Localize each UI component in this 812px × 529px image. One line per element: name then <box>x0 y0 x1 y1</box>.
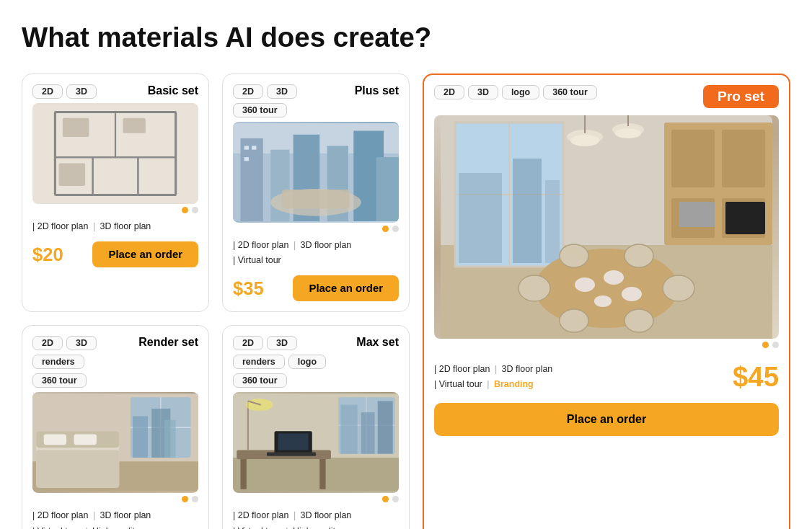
svg-point-36 <box>615 128 641 138</box>
office-svg <box>233 392 399 493</box>
card-max: 2D 3D Max set renders logo 360 tour <box>222 325 410 529</box>
svg-rect-76 <box>341 405 358 454</box>
tag-3d: 3D <box>267 84 297 99</box>
render-features: | 2D floor plan | 3D floor plan | Virtua… <box>32 508 198 529</box>
tag-3d: 3D <box>267 336 297 350</box>
plus-tags: 2D 3D Plus set <box>233 84 399 99</box>
svg-rect-80 <box>240 459 246 489</box>
pro-place-order-button[interactable]: Place an order <box>434 403 779 436</box>
svg-rect-9 <box>59 164 86 186</box>
pro-price: $45 <box>733 361 779 393</box>
svg-point-50 <box>560 309 588 332</box>
pro-features: | 2D floor plan | 3D floor plan | Virtua… <box>434 362 733 392</box>
tag-3d: 3D <box>468 85 498 99</box>
max-features: | 2D floor plan | 3D floor plan | Virtua… <box>233 508 399 529</box>
svg-rect-77 <box>361 413 375 455</box>
dot-active <box>182 207 188 213</box>
svg-rect-44 <box>679 202 715 227</box>
card-render: 2D 3D Render set renders 360 tour <box>22 325 209 529</box>
svg-rect-67 <box>44 435 66 445</box>
card-basic: 2D 3D Basic set <box>22 74 209 312</box>
plus-place-order-button[interactable]: Place an order <box>293 275 399 301</box>
svg-rect-68 <box>74 435 97 445</box>
tag-3d: 3D <box>66 84 97 99</box>
city-svg <box>233 122 399 223</box>
svg-rect-64 <box>164 420 176 458</box>
svg-rect-39 <box>671 130 715 187</box>
basic-set-name: Basic set <box>148 84 198 97</box>
tag-2d: 2D <box>32 84 63 99</box>
dot-inactive <box>192 207 198 213</box>
max-tags: 2D 3D Max set <box>233 336 399 350</box>
svg-rect-30 <box>513 159 542 263</box>
svg-rect-43 <box>725 202 765 234</box>
svg-rect-69 <box>36 450 119 488</box>
pro-tags: 2D 3D logo 360 tour <box>434 85 597 99</box>
plus-bottom: $35 Place an order <box>233 275 399 301</box>
card-pro: 2D 3D logo 360 tour Pro set <box>423 74 790 529</box>
dot-active <box>762 342 769 348</box>
tag-360: 360 tour <box>233 103 287 117</box>
floorplan-svg <box>32 103 198 204</box>
svg-rect-81 <box>319 459 325 489</box>
basic-image <box>32 103 198 204</box>
tag-360: 360 tour <box>32 373 87 388</box>
svg-point-46 <box>518 275 550 301</box>
tag-360: 360 tour <box>543 85 597 99</box>
plus-features: | 2D floor plan | 3D floor plan | Virtua… <box>233 238 399 268</box>
cards-grid: 2D 3D Basic set <box>22 74 790 529</box>
svg-rect-19 <box>252 146 256 149</box>
render-carousel-dots <box>32 496 198 502</box>
svg-rect-20 <box>244 157 249 161</box>
pro-cta: Place an order <box>434 403 779 436</box>
basic-price: $20 <box>32 244 63 265</box>
dot-inactive <box>392 226 399 232</box>
tag-2d: 2D <box>233 336 263 350</box>
max-set-name: Max set <box>356 336 399 349</box>
svg-rect-29 <box>459 173 502 263</box>
svg-point-48 <box>560 244 588 267</box>
basic-features: | 2D floor plan | 3D floor plan <box>32 219 198 234</box>
pro-title-row: 2D 3D logo 360 tour Pro set <box>434 85 779 115</box>
dot-active <box>382 496 389 502</box>
dining-svg <box>434 115 779 339</box>
svg-rect-8 <box>123 118 145 133</box>
svg-point-45 <box>534 249 679 328</box>
pro-image <box>434 115 779 339</box>
plus-price: $35 <box>233 278 264 299</box>
max-image <box>233 392 399 493</box>
dot-active <box>182 496 188 502</box>
svg-rect-78 <box>378 401 393 454</box>
plus-tags-2: 360 tour <box>233 103 399 117</box>
svg-rect-84 <box>267 453 316 456</box>
max-carousel-dots <box>233 496 399 502</box>
svg-point-33 <box>570 135 599 146</box>
render-tags-2: renders <box>32 355 198 369</box>
pro-branding: Branding <box>494 379 534 389</box>
plus-image <box>233 122 399 223</box>
svg-rect-71 <box>233 458 399 492</box>
svg-point-51 <box>625 309 653 332</box>
svg-point-49 <box>625 244 653 267</box>
svg-point-47 <box>663 275 694 301</box>
tag-3d: 3D <box>66 336 97 350</box>
render-tags-3: 360 tour <box>32 373 198 388</box>
card-plus: 2D 3D Plus set 360 tour <box>222 74 410 312</box>
svg-rect-17 <box>376 157 399 221</box>
svg-point-54 <box>622 287 642 301</box>
svg-rect-22 <box>282 190 350 208</box>
svg-point-52 <box>575 277 595 292</box>
svg-rect-62 <box>133 417 148 458</box>
plus-carousel-dots <box>233 226 399 232</box>
dot-inactive <box>192 496 198 502</box>
tag-2d: 2D <box>233 84 263 99</box>
svg-point-53 <box>604 270 624 285</box>
basic-place-order-button[interactable]: Place an order <box>92 241 198 267</box>
svg-rect-83 <box>278 434 309 450</box>
page-title: What materials AI does create? <box>22 22 790 53</box>
tag-logo: logo <box>502 85 539 99</box>
render-tags: 2D 3D Render set <box>32 336 198 350</box>
dot-inactive <box>392 496 399 502</box>
tag-logo: logo <box>288 355 326 369</box>
tag-2d: 2D <box>32 336 63 350</box>
